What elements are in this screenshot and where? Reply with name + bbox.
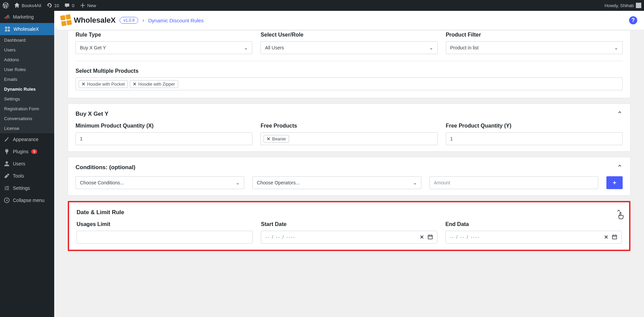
- svg-rect-2: [5, 29, 7, 31]
- conditions-select[interactable]: Choose Conditions... ⌄: [76, 176, 244, 189]
- avatar: [636, 3, 641, 8]
- comments-link[interactable]: 0: [64, 3, 74, 8]
- sliders-icon: [3, 185, 10, 191]
- wordpress-icon: [3, 2, 9, 8]
- user-menu[interactable]: Howdy, Shihab: [605, 3, 641, 8]
- add-condition-button[interactable]: +: [606, 176, 623, 189]
- sub-item-settings[interactable]: Settings: [0, 94, 54, 104]
- sub-item-users[interactable]: Users: [0, 45, 54, 55]
- wholesalex-logo: WholesaleX: [61, 15, 116, 26]
- chevron-down-icon: ⌄: [413, 180, 417, 185]
- calendar-icon[interactable]: [612, 234, 617, 241]
- svg-rect-0: [5, 27, 7, 29]
- usages-limit-label: Usages Limit: [77, 221, 253, 227]
- clear-icon[interactable]: ✕: [420, 234, 424, 240]
- operators-select[interactable]: Choose Operators... ⌄: [252, 176, 421, 189]
- sidebar-item-wholesalex[interactable]: WholesaleX: [0, 23, 54, 35]
- free-qty-input[interactable]: [446, 132, 623, 145]
- product-filter-label: Product Filter: [446, 32, 623, 38]
- end-date-label: End Data: [445, 221, 622, 227]
- sub-item-dynamic-rules[interactable]: Dynamic Rules: [0, 84, 54, 94]
- sub-item-conversations[interactable]: Conversations: [0, 114, 54, 123]
- free-products-label: Free Products: [261, 123, 437, 129]
- plus-icon: [80, 3, 85, 8]
- wp-admin-bar: Books4All 10 0 New Howdy, Shihab: [0, 0, 644, 11]
- select-products-label: Select Multiple Products: [76, 68, 623, 74]
- sidebar-item-appearance[interactable]: Appearance: [0, 133, 54, 145]
- sidebar-item-marketing[interactable]: 📣 Marketing: [0, 11, 54, 23]
- panel-title: Date & Limit Rule: [77, 209, 124, 216]
- chevron-down-icon: ⌄: [236, 180, 240, 185]
- wrench-icon: [3, 173, 10, 179]
- sidebar-item-collapse[interactable]: Collapse menu: [0, 194, 54, 206]
- remove-tag-icon[interactable]: ✕: [82, 82, 85, 87]
- product-tag: ✕ Hoodie with Zipper: [130, 80, 178, 88]
- marketing-icon: 📣: [3, 14, 10, 20]
- svg-rect-3: [8, 29, 10, 31]
- rule-config-panel: Rule Type Buy X Get Y ⌄ Select User/Role…: [68, 30, 630, 98]
- chevron-down-icon: ⌄: [429, 45, 433, 50]
- collapse-icon[interactable]: ⌃: [617, 110, 623, 118]
- site-name-link[interactable]: Books4All: [14, 3, 41, 8]
- amount-input[interactable]: [430, 176, 598, 189]
- start-date-label: Start Date: [261, 221, 437, 227]
- min-qty-input[interactable]: [76, 132, 252, 145]
- help-icon[interactable]: ?: [629, 16, 637, 24]
- sub-item-registration-form[interactable]: Registration Form: [0, 104, 54, 114]
- new-link[interactable]: New: [80, 3, 96, 8]
- start-date-input[interactable]: -- / -- / ---- ✕: [261, 231, 437, 244]
- sidebar-item-settings-main[interactable]: Settings: [0, 182, 54, 194]
- sidebar-item-plugins[interactable]: Plugins 9: [0, 145, 54, 158]
- wp-logo[interactable]: [3, 2, 9, 8]
- plug-icon: [3, 148, 10, 155]
- sub-item-license[interactable]: License: [0, 123, 54, 133]
- free-qty-label: Free Product Quantity (Y): [446, 123, 623, 129]
- collapse-icon[interactable]: ⌃: [616, 208, 622, 217]
- version-badge: v1.0.9: [120, 17, 138, 24]
- sidebar-item-users-main[interactable]: Users: [0, 158, 54, 170]
- min-qty-label: Minimum Product Quantity (X): [76, 123, 252, 129]
- collapse-icon[interactable]: ⌃: [617, 163, 623, 172]
- wholesalex-icon: [4, 26, 11, 32]
- logo-icon: [60, 14, 72, 26]
- plugins-badge: 9: [31, 149, 37, 154]
- page-header: WholesaleX v1.0.9 › Dynamic Discount Rul…: [54, 11, 644, 30]
- comment-icon: [64, 3, 70, 8]
- end-date-input[interactable]: -- / -- / ---- ✕: [445, 231, 622, 244]
- user-icon: [3, 160, 10, 167]
- select-user-label: Select User/Role: [261, 32, 437, 38]
- product-filter-select[interactable]: Product in list ⌄: [446, 41, 623, 54]
- remove-tag-icon[interactable]: ✕: [267, 136, 270, 141]
- remove-tag-icon[interactable]: ✕: [133, 82, 137, 87]
- admin-sidebar: 📣 Marketing WholesaleX Dashboard Users A…: [0, 11, 54, 317]
- panel-title: Conditions: (optional): [76, 164, 136, 171]
- chevron-down-icon: ⌄: [614, 45, 618, 50]
- conditions-panel: Conditions: (optional) ⌃ Choose Conditio…: [68, 157, 630, 196]
- sub-item-emails[interactable]: Emails: [0, 74, 54, 84]
- buy-x-get-y-panel: Buy X Get Y ⌃ Minimum Product Quantity (…: [68, 104, 630, 152]
- sidebar-item-tools[interactable]: Tools: [0, 170, 54, 182]
- product-tag: ✕ Hoodie with Pocket: [79, 80, 128, 88]
- sub-item-user-roles[interactable]: User Roles: [0, 65, 54, 74]
- calendar-icon[interactable]: [428, 234, 433, 241]
- free-product-tag: ✕ Beanie: [264, 135, 289, 143]
- updates-link[interactable]: 10: [47, 3, 59, 8]
- breadcrumb[interactable]: Dynamic Discount Rules: [148, 18, 204, 23]
- clear-icon[interactable]: ✕: [604, 234, 608, 240]
- collapse-icon: [3, 197, 10, 204]
- select-user-select[interactable]: All Users ⌄: [261, 41, 437, 54]
- free-products-input[interactable]: ✕ Beanie: [261, 132, 437, 145]
- date-limit-panel: Date & Limit Rule ⌃ Usages Limit Start D…: [68, 201, 630, 251]
- brush-icon: [3, 136, 10, 143]
- panel-title: Buy X Get Y: [76, 111, 108, 117]
- refresh-icon: [47, 3, 52, 8]
- products-tag-input[interactable]: ✕ Hoodie with Pocket ✕ Hoodie with Zippe…: [76, 77, 623, 90]
- sub-item-addons[interactable]: Addons: [0, 55, 54, 65]
- main-content: WholesaleX v1.0.9 › Dynamic Discount Rul…: [54, 11, 644, 317]
- home-icon: [14, 3, 20, 8]
- rule-type-select[interactable]: Buy X Get Y ⌄: [76, 41, 252, 54]
- usages-limit-input[interactable]: [77, 231, 253, 244]
- chevron-down-icon: ⌄: [244, 45, 248, 50]
- svg-rect-5: [428, 235, 432, 239]
- sub-item-dashboard[interactable]: Dashboard: [0, 35, 54, 45]
